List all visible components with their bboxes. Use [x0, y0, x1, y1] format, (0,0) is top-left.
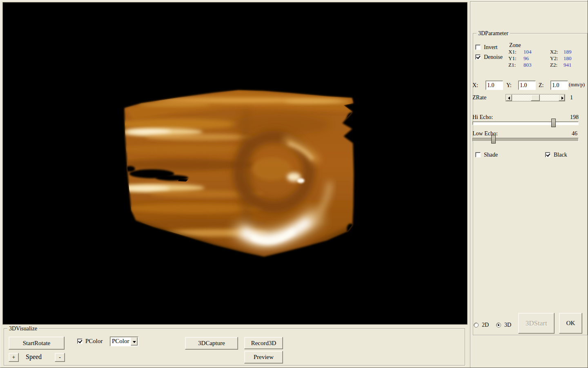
scale-unit-label: (mm/p) [569, 81, 585, 88]
zrate-track[interactable] [512, 94, 559, 101]
zone-z1-value: 803 [523, 62, 532, 68]
zone-row-x: X1: 104 X2: 189 [508, 49, 586, 55]
zone-x2-value: 189 [564, 49, 572, 55]
zone-z2-label: Z2: [550, 62, 557, 68]
pcolor-select[interactable]: PColor [110, 337, 138, 346]
zone-row-z: Z1: 803 Z2: 941 [508, 62, 586, 68]
mode-2d-label: 2D [482, 322, 489, 328]
volume-render [3, 2, 467, 324]
zone-y1-label: Y1: [508, 55, 517, 62]
3dstart-button[interactable]: 3DStart [518, 313, 555, 334]
zone-y2-label: Y2: [550, 55, 558, 62]
zrate-left-arrow-button[interactable] [506, 94, 512, 101]
zone-y1-value: 96 [523, 55, 529, 62]
speed-plus-button[interactable]: + [9, 353, 19, 362]
right-arrow-icon [561, 96, 564, 100]
black-label: Black [554, 152, 567, 158]
shade-checkbox[interactable] [475, 152, 481, 157]
x-scale-input[interactable] [486, 81, 503, 90]
chevron-down-icon [133, 341, 136, 343]
preview-button[interactable]: Preview [244, 351, 283, 364]
zrate-value: 1 [570, 94, 573, 101]
low-echo-value: 46 [563, 130, 577, 137]
pcolor-select-value: PColor [112, 338, 129, 345]
zrate-right-arrow-button[interactable] [559, 94, 565, 101]
speed-label: Speed [26, 354, 42, 360]
hi-echo-thumb[interactable] [551, 119, 556, 127]
pcolor-label: PColor [85, 338, 103, 344]
y-scale-label: Y: [506, 82, 512, 89]
zone-row-y: Y1: 96 Y2: 180 [508, 55, 586, 62]
3dcapture-button[interactable]: 3DCapture [185, 337, 238, 350]
low-echo-slider[interactable] [472, 138, 579, 141]
denoise-checkbox[interactable] [475, 54, 481, 60]
ok-button[interactable]: OK [559, 313, 582, 334]
x-scale-label: X: [472, 82, 478, 89]
shade-label: Shade [484, 152, 498, 158]
pcolor-checkbox[interactable] [77, 339, 82, 344]
denoise-label: Denoise [484, 54, 503, 61]
3dparameter-title: 3DParameter [477, 30, 510, 37]
invert-label: Invert [484, 44, 497, 51]
hi-echo-label: Hi Echo: [472, 114, 493, 121]
zone-z2-value: 941 [564, 62, 572, 68]
hi-echo-slider[interactable] [472, 121, 579, 125]
zrate-scrollbar[interactable] [506, 94, 565, 101]
left-arrow-icon [508, 96, 510, 100]
record3d-button[interactable]: Record3D [244, 337, 283, 349]
hi-echo-value: 198 [564, 114, 579, 121]
zone-x1-label: X1: [508, 49, 517, 55]
3dparameter-groupbox: 3DParameter [473, 33, 588, 335]
mode-3d-radio[interactable] [496, 323, 501, 328]
low-echo-thumb[interactable] [491, 135, 496, 144]
z-scale-input[interactable] [550, 81, 568, 90]
z-scale-label: Z: [539, 82, 543, 89]
invert-checkbox[interactable] [475, 45, 481, 50]
black-checkbox[interactable] [545, 152, 550, 157]
zone-x2-label: X2: [550, 49, 558, 55]
speed-minus-button[interactable]: - [55, 353, 65, 362]
3dvisualize-title: 3DVisualize [7, 325, 39, 332]
zrate-label: ZRate [472, 94, 486, 101]
zone-y2-value: 180 [564, 55, 572, 62]
parameter-panel: 3DParameter Invert Denoise Zone X1: 104 … [470, 1, 588, 368]
mode-3d-label: 3D [504, 322, 511, 328]
start-rotate-button[interactable]: StartRotate [9, 337, 65, 350]
app-window: 3DParameter Invert Denoise Zone X1: 104 … [0, 0, 588, 368]
y-scale-input[interactable] [518, 81, 536, 90]
render-viewport[interactable] [2, 2, 468, 325]
zone-z1-label: Z1: [508, 62, 516, 68]
zone-x1-value: 104 [523, 49, 532, 55]
zrate-thumb[interactable] [531, 94, 540, 101]
zone-title: Zone [509, 42, 521, 49]
mode-2d-radio[interactable] [474, 323, 479, 328]
pcolor-select-dropdown-button[interactable] [131, 337, 138, 346]
